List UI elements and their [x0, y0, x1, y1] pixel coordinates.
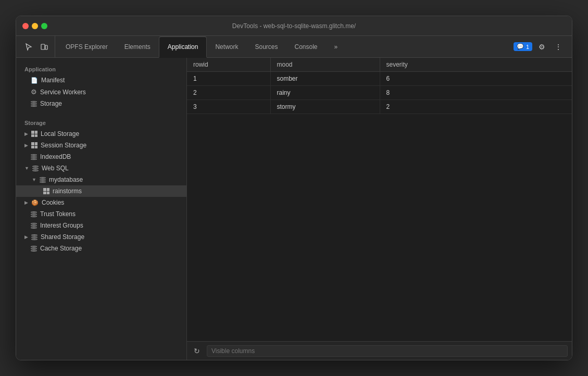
sidebar-item-shared-storage[interactable]: ▶ Shared Storage	[16, 231, 186, 243]
sidebar-item-storage[interactable]: Storage	[16, 98, 186, 109]
minimize-button[interactable]	[32, 23, 38, 29]
close-button[interactable]	[22, 23, 29, 29]
chat-icon: 💬	[517, 43, 524, 50]
visible-columns-input[interactable]	[207, 345, 568, 357]
table-icon	[31, 131, 37, 137]
traffic-lights	[22, 23, 47, 29]
svg-rect-0	[41, 44, 45, 49]
cell-severity: 8	[380, 86, 572, 100]
sidebar-item-trust-tokens[interactable]: Trust Tokens	[16, 208, 186, 220]
application-section-title: Application	[16, 62, 186, 74]
table-row[interactable]: 3stormy2	[187, 100, 572, 114]
settings-button[interactable]: ⚙	[534, 40, 549, 54]
column-header-mood[interactable]: mood	[270, 58, 380, 72]
sidebar-item-local-storage[interactable]: ▶ Local Storage	[16, 128, 186, 140]
tab-elements[interactable]: Elements	[116, 36, 159, 58]
db-icon	[40, 177, 46, 183]
right-panel: rowid mood severity 1somber62rainy83stor…	[187, 58, 572, 360]
data-table-container[interactable]: rowid mood severity 1somber62rainy83stor…	[187, 58, 572, 341]
ellipsis-icon: ⋮	[555, 43, 562, 51]
cookie-icon: 🍪	[31, 199, 39, 206]
window-title: DevTools - web-sql-to-sqlite-wasm.glitch…	[232, 22, 356, 30]
sidebar-item-manifest[interactable]: 📄 Manifest	[16, 74, 186, 86]
tab-application[interactable]: Application	[159, 36, 207, 58]
expand-arrow-mydatabase: ▼	[32, 177, 36, 182]
device-toolbar-button[interactable]	[37, 40, 52, 54]
device-icon	[40, 43, 48, 51]
cell-rowid: 1	[187, 72, 270, 86]
db-icon	[32, 166, 39, 171]
gear-icon: ⚙	[31, 88, 37, 96]
expand-arrow-shared-storage: ▶	[24, 234, 28, 240]
db-icon	[31, 101, 37, 107]
toolbar: OPFS Explorer Elements Application Netwo…	[16, 36, 572, 58]
sidebar-item-service-workers[interactable]: ⚙ Service Workers	[16, 86, 186, 98]
toolbar-left-icons	[18, 36, 55, 57]
sidebar: Application 📄 Manifest ⚙ Service Workers…	[16, 58, 187, 360]
column-header-rowid[interactable]: rowid	[187, 58, 270, 72]
storage-section-title: Storage	[16, 116, 186, 128]
toolbar-tabs: OPFS Explorer Elements Application Netwo…	[57, 36, 509, 57]
main-content: Application 📄 Manifest ⚙ Service Workers…	[16, 58, 572, 360]
cell-rowid: 3	[187, 100, 270, 114]
cursor-icon	[24, 43, 33, 51]
bottom-bar: ↻	[187, 341, 572, 360]
more-options-button[interactable]: ⋮	[551, 40, 566, 54]
expand-arrow-session-storage: ▶	[24, 143, 28, 148]
cell-severity: 6	[380, 72, 572, 86]
cell-rowid: 2	[187, 86, 270, 100]
sidebar-item-mydatabase[interactable]: ▼ mydatabase	[16, 174, 186, 185]
expand-arrow-local-storage: ▶	[24, 131, 28, 136]
sidebar-item-interest-groups[interactable]: Interest Groups	[16, 220, 186, 231]
tab-opfs-explorer[interactable]: OPFS Explorer	[57, 36, 116, 58]
cell-mood: rainy	[270, 86, 380, 100]
sidebar-item-cache-storage[interactable]: Cache Storage	[16, 243, 186, 254]
titlebar: DevTools - web-sql-to-sqlite-wasm.glitch…	[16, 16, 572, 36]
expand-arrow-web-sql: ▼	[24, 166, 29, 171]
cell-mood: stormy	[270, 100, 380, 114]
cell-severity: 2	[380, 100, 572, 114]
tab-network[interactable]: Network	[207, 36, 246, 58]
expand-arrow-cookies: ▶	[24, 200, 28, 205]
toolbar-right: 💬 1 ⚙ ⋮	[509, 36, 570, 57]
data-table: rowid mood severity 1somber62rainy83stor…	[187, 58, 572, 114]
tab-more[interactable]: »	[326, 36, 346, 58]
page-icon: 📄	[31, 77, 38, 84]
db-icon	[31, 154, 37, 160]
maximize-button[interactable]	[41, 23, 47, 29]
refresh-button[interactable]: ↻	[191, 345, 203, 357]
table-header-row: rowid mood severity	[187, 58, 572, 72]
sidebar-item-session-storage[interactable]: ▶ Session Storage	[16, 140, 186, 151]
inspect-element-button[interactable]	[21, 40, 36, 54]
svg-rect-1	[45, 45, 47, 49]
table-row[interactable]: 2rainy8	[187, 86, 572, 100]
db-icon	[31, 211, 37, 217]
sidebar-item-cookies[interactable]: ▶ 🍪 Cookies	[16, 197, 186, 208]
refresh-icon: ↻	[194, 347, 200, 355]
db-icon	[31, 234, 37, 240]
column-header-severity[interactable]: severity	[380, 58, 572, 72]
table-row[interactable]: 1somber6	[187, 72, 572, 86]
sidebar-item-rainstorms[interactable]: rainstorms	[16, 185, 186, 197]
table-icon	[43, 188, 49, 194]
db-icon	[31, 223, 37, 229]
tab-sources[interactable]: Sources	[246, 36, 286, 58]
devtools-window: DevTools - web-sql-to-sqlite-wasm.glitch…	[16, 16, 572, 360]
sidebar-item-indexeddb[interactable]: IndexedDB	[16, 151, 186, 162]
sidebar-item-web-sql[interactable]: ▼ Web SQL	[16, 162, 186, 174]
gear-icon: ⚙	[539, 43, 545, 51]
tab-console[interactable]: Console	[286, 36, 326, 58]
cell-mood: somber	[270, 72, 380, 86]
notification-badge[interactable]: 💬 1	[514, 42, 532, 51]
table-icon	[31, 142, 37, 148]
db-icon	[31, 246, 37, 252]
